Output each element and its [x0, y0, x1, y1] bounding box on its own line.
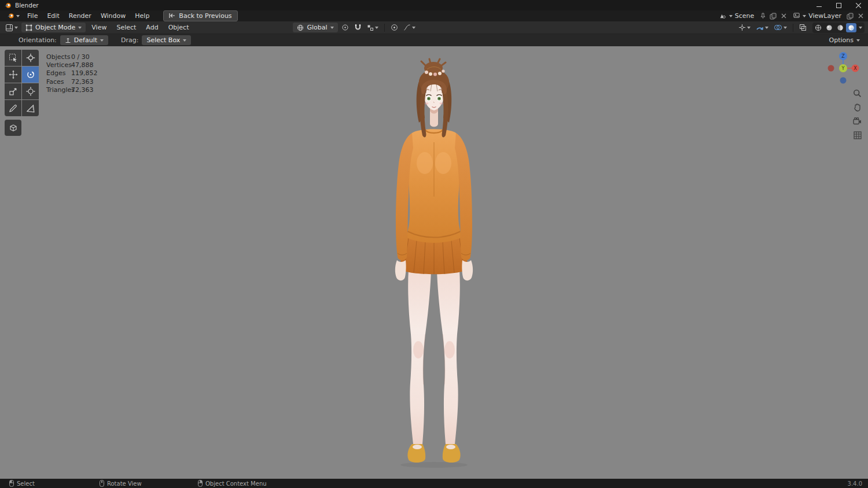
menu-file[interactable]: File — [23, 11, 42, 21]
version-label: 3.4.0 — [848, 479, 862, 488]
tool-transform[interactable] — [22, 83, 39, 99]
back-to-previous-button[interactable]: Back to Previous — [163, 10, 237, 21]
snap-magnet-button[interactable] — [352, 23, 363, 32]
shading-material-button[interactable] — [835, 23, 845, 32]
display-cluster — [737, 23, 865, 33]
stat-triangles: Triangles 72,363 — [46, 86, 98, 94]
shading-rendered-button[interactable] — [846, 23, 856, 32]
camera-view-icon[interactable] — [852, 116, 863, 127]
scene-name: Scene — [735, 12, 755, 20]
chevron-down-icon — [100, 39, 104, 42]
proportional-editing-button[interactable] — [389, 23, 400, 32]
blender-menu-icon — [6, 12, 14, 20]
show-overlays-toggle[interactable] — [754, 23, 770, 32]
chevron-down-icon — [16, 15, 20, 17]
stat-vertices: Vertices 47,888 — [46, 61, 98, 69]
tool-add-cube[interactable] — [5, 120, 21, 136]
tool-select-box[interactable] — [5, 50, 21, 66]
scene-selector[interactable]: Scene — [716, 12, 757, 21]
tool-move[interactable] — [5, 66, 21, 83]
back-to-previous-label: Back to Previous — [179, 12, 231, 20]
tool-scale[interactable] — [5, 83, 21, 99]
remove-viewlayer-icon[interactable] — [856, 12, 865, 20]
maximize-button[interactable] — [829, 0, 848, 10]
gizmo-y-axis[interactable]: Y — [841, 66, 845, 71]
chevron-down-icon — [183, 39, 186, 42]
stat-value: 72,363 — [71, 78, 94, 86]
character-model[interactable] — [370, 58, 498, 469]
stat-faces: Faces 72,363 — [46, 78, 98, 86]
pin-icon[interactable] — [759, 12, 767, 20]
viewlayer-selector[interactable]: ViewLayer — [790, 12, 844, 21]
snap-settings-dropdown[interactable] — [365, 23, 380, 32]
menu-add[interactable]: Add — [142, 23, 162, 32]
status-context-label: Object Context Menu — [205, 480, 267, 487]
editor-type-button[interactable] — [3, 23, 20, 33]
close-button[interactable] — [848, 0, 868, 10]
gizmo-negative-x-axis[interactable] — [828, 65, 834, 72]
viewlayer-name: ViewLayer — [808, 12, 841, 20]
menu-help[interactable]: Help — [130, 11, 154, 21]
menu-object[interactable]: Object — [164, 23, 193, 32]
drag-setting-label: Drag: — [121, 36, 138, 44]
stat-edges: Edges 119,852 — [46, 69, 98, 77]
menu-edit[interactable]: Edit — [42, 11, 64, 21]
drag-setting-dropdown[interactable]: Select Box — [142, 35, 191, 45]
shading-solid-button[interactable] — [824, 23, 834, 32]
minimize-button[interactable] — [809, 0, 829, 10]
status-select: Select — [9, 479, 35, 488]
new-scene-icon[interactable] — [769, 12, 777, 20]
divider — [384, 24, 385, 32]
tool-cursor[interactable] — [22, 50, 39, 66]
stat-label: Faces — [46, 78, 71, 86]
menu-render[interactable]: Render — [64, 11, 96, 21]
navigation-gizmo[interactable]: Z X Y — [826, 51, 860, 86]
3d-viewport[interactable]: Objects 0 / 30 Vertices 47,888 Edges 119… — [0, 46, 868, 479]
status-rotate-label: Rotate View — [107, 480, 142, 487]
stat-value: 0 / 30 — [71, 53, 90, 61]
gizmo-negative-z-axis[interactable] — [840, 77, 847, 84]
tool-annotate[interactable] — [5, 100, 21, 116]
overlay-circles-toggle[interactable] — [772, 23, 789, 32]
options-dropdown[interactable]: Options — [829, 36, 862, 44]
chevron-down-icon — [78, 27, 82, 29]
menubar: File Edit Render Window Help Back to Pre… — [0, 10, 868, 21]
mode-dropdown[interactable]: Object Mode — [21, 23, 86, 32]
menu-select[interactable]: Select — [112, 23, 140, 32]
pan-hand-icon[interactable] — [852, 102, 863, 113]
gizmo-x-axis[interactable]: X — [854, 66, 857, 71]
chevron-down-icon — [765, 27, 768, 29]
chevron-down-icon — [803, 15, 806, 17]
blender-logo-icon — [3, 1, 12, 9]
gizmo-z-axis[interactable]: Z — [841, 54, 845, 59]
stat-objects: Objects 0 / 30 — [46, 53, 98, 61]
new-viewlayer-icon[interactable] — [846, 12, 854, 20]
chevron-down-icon — [14, 27, 18, 29]
stat-label: Vertices — [46, 61, 71, 69]
shading-wireframe-button[interactable] — [813, 23, 823, 32]
unlink-scene-icon[interactable] — [779, 12, 788, 20]
tool-measure[interactable] — [22, 100, 39, 116]
snap-target-button[interactable] — [340, 23, 351, 32]
zoom-icon[interactable] — [852, 88, 863, 99]
proportional-falloff-dropdown[interactable] — [402, 23, 417, 32]
chevron-down-icon — [412, 27, 415, 29]
orientation-setting-dropdown[interactable]: Default — [60, 35, 108, 45]
scene-statistics: Objects 0 / 30 Vertices 47,888 Edges 119… — [46, 53, 98, 94]
drag-setting-value: Select Box — [146, 36, 180, 44]
chevron-down-icon — [784, 27, 787, 29]
chevron-down-icon — [375, 27, 378, 29]
transform-orientation-dropdown[interactable]: Global — [293, 23, 337, 32]
tool-rotate[interactable] — [22, 66, 39, 83]
window-controls — [809, 0, 868, 10]
toggle-ortho-grid-icon[interactable] — [852, 130, 863, 141]
show-gizmo-toggle[interactable] — [737, 23, 752, 32]
menu-window[interactable]: Window — [96, 11, 130, 21]
app-menu-button[interactable] — [3, 12, 23, 20]
toggle-xray-button[interactable] — [797, 23, 808, 32]
viewport-controls — [852, 88, 863, 141]
chevron-down-icon — [856, 39, 860, 42]
menu-view[interactable]: View — [87, 23, 111, 32]
mouse-middle-icon — [100, 480, 104, 487]
status-rotate-view: Rotate View — [100, 479, 142, 488]
